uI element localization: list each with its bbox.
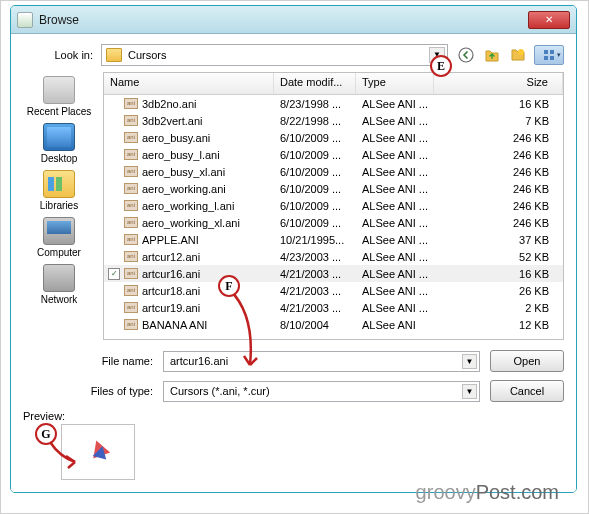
file-size: 246 KB [434,132,563,144]
file-type: ALSee ANI ... [356,251,434,263]
file-row[interactable]: aniBANANA ANI8/10/2004ALSee ANI12 KB [104,316,563,333]
file-date: 8/22/1998 ... [274,115,356,127]
column-type[interactable]: Type [356,73,434,94]
file-size: 26 KB [434,285,563,297]
close-button[interactable]: ✕ [528,11,570,29]
file-icon: ani [124,132,138,143]
open-button[interactable]: Open [490,350,564,372]
browse-dialog: Browse ✕ Look in: Cursors ▼ Recent Place… [10,5,577,493]
chevron-down-icon[interactable]: ▼ [462,384,477,399]
cancel-button[interactable]: Cancel [490,380,564,402]
file-name: aero_busy_l.ani [142,149,220,161]
up-one-level-button[interactable] [482,45,502,65]
file-type: ALSee ANI ... [356,149,434,161]
file-icon: ani [124,302,138,313]
place-net[interactable]: Network [24,264,94,305]
svg-point-0 [459,48,473,62]
svg-point-1 [518,49,524,55]
file-name-label: File name: [23,355,163,367]
new-folder-button[interactable] [508,45,528,65]
file-icon: ani [124,200,138,211]
callout-E: E [430,55,452,77]
file-row[interactable]: ani3db2vert.ani8/22/1998 ...ALSee ANI ..… [104,112,563,129]
file-type: ALSee ANI ... [356,285,434,297]
file-row[interactable]: aniaero_busy_xl.ani6/10/2009 ...ALSee AN… [104,163,563,180]
file-date: 6/10/2009 ... [274,200,356,212]
callout-G: G [35,423,57,445]
file-type: ALSee ANI [356,319,434,331]
file-type-label: Files of type: [23,385,163,397]
file-row[interactable]: aniAPPLE.ANI10/21/1995...ALSee ANI ...37… [104,231,563,248]
file-size: 246 KB [434,200,563,212]
file-type: ALSee ANI ... [356,200,434,212]
preview-section: Preview: [23,410,564,480]
file-date: 8/10/2004 [274,319,356,331]
file-row[interactable]: aniaero_busy_l.ani6/10/2009 ...ALSee ANI… [104,146,563,163]
svg-rect-3 [550,50,554,54]
view-menu-button[interactable] [534,45,564,65]
file-size: 12 KB [434,319,563,331]
file-date: 10/21/1995... [274,234,356,246]
file-date: 6/10/2009 ... [274,149,356,161]
back-button[interactable] [456,45,476,65]
file-row[interactable]: aniartcur12.ani4/23/2003 ...ALSee ANI ..… [104,248,563,265]
file-icon: ani [124,98,138,109]
file-size: 246 KB [434,217,563,229]
file-icon: ani [124,166,138,177]
file-name: aero_busy.ani [142,132,210,144]
column-size[interactable]: Size [434,73,563,94]
file-row[interactable]: ani3db2no.ani8/23/1998 ...ALSee ANI ...1… [104,95,563,112]
column-name[interactable]: Name [104,73,274,94]
place-comp[interactable]: Computer [24,217,94,258]
place-recent[interactable]: Recent Places [24,76,94,117]
file-list[interactable]: Name Date modif... Type Size ani3db2no.a… [103,72,564,340]
file-size: 246 KB [434,183,563,195]
file-size: 16 KB [434,268,563,280]
place-lib[interactable]: Libraries [24,170,94,211]
file-date: 6/10/2009 ... [274,183,356,195]
file-name: artcur16.ani [142,268,200,280]
chevron-down-icon[interactable]: ▼ [462,354,477,369]
file-icon: ani [124,285,138,296]
folder-icon [106,48,122,62]
file-icon: ani [124,115,138,126]
file-name: aero_busy_xl.ani [142,166,225,178]
file-type: ALSee ANI ... [356,302,434,314]
recent-icon [43,76,75,104]
file-size: 52 KB [434,251,563,263]
file-icon: ani [124,268,138,279]
titlebar[interactable]: Browse ✕ [11,6,576,34]
place-label: Recent Places [24,106,94,117]
window-title: Browse [39,13,79,27]
file-type-combo[interactable]: Cursors (*.ani, *.cur) ▼ [163,381,480,402]
file-date: 4/21/2003 ... [274,268,356,280]
app-icon [17,12,33,28]
file-name: BANANA ANI [142,319,207,331]
place-label: Libraries [24,200,94,211]
look-in-label: Look in: [23,49,101,61]
look-in-combo[interactable]: Cursors ▼ [101,44,448,66]
lib-icon [43,170,75,198]
file-date: 6/10/2009 ... [274,166,356,178]
file-row[interactable]: aniaero_working.ani6/10/2009 ...ALSee AN… [104,180,563,197]
file-row[interactable]: aniartcur19.ani4/21/2003 ...ALSee ANI ..… [104,299,563,316]
file-name: aero_working_l.ani [142,200,234,212]
file-size: 7 KB [434,115,563,127]
column-date[interactable]: Date modif... [274,73,356,94]
file-size: 246 KB [434,149,563,161]
file-name: artcur12.ani [142,251,200,263]
callout-F: F [218,275,240,297]
place-label: Network [24,294,94,305]
file-size: 37 KB [434,234,563,246]
file-name: 3db2vert.ani [142,115,203,127]
file-row[interactable]: aniaero_working_l.ani6/10/2009 ...ALSee … [104,197,563,214]
place-desktop[interactable]: Desktop [24,123,94,164]
svg-rect-5 [550,56,554,60]
file-row[interactable]: aniartcur18.ani4/21/2003 ...ALSee ANI ..… [104,282,563,299]
file-row[interactable]: ✓aniartcur16.ani4/21/2003 ...ALSee ANI .… [104,265,563,282]
checkbox[interactable]: ✓ [108,268,120,280]
preview-label: Preview: [23,410,564,422]
file-row[interactable]: aniaero_busy.ani6/10/2009 ...ALSee ANI .… [104,129,563,146]
file-row[interactable]: aniaero_working_xl.ani6/10/2009 ...ALSee… [104,214,563,231]
file-type: ALSee ANI ... [356,183,434,195]
